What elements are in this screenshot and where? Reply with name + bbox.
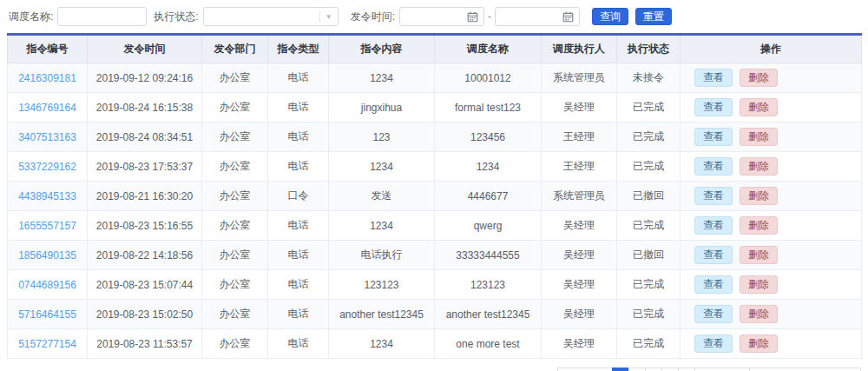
- query-button[interactable]: 查询: [592, 8, 628, 25]
- command-id-link[interactable]: 0744689156: [18, 279, 76, 291]
- issue-time-cell: 2019-08-23 11:53:57: [88, 329, 202, 359]
- exec-status-cell: 已完成: [617, 300, 681, 329]
- command-type-cell: 电话: [268, 329, 329, 359]
- issue-time-cell: 2019-08-23 15:16:55: [88, 211, 202, 241]
- exec-status-cell: 已撤回: [617, 182, 681, 211]
- command-content-cell: 1234: [329, 152, 435, 182]
- view-button[interactable]: 查看: [694, 275, 733, 294]
- command-id-link[interactable]: 1856490135: [18, 249, 76, 262]
- table-body: 24163091812019-09-12 09:24:16办公室电话123410…: [8, 63, 862, 359]
- exec-status-label: 执行状态:: [154, 10, 198, 24]
- executor-cell: 王经理: [542, 152, 617, 182]
- page-button-4[interactable]: 4: [661, 368, 679, 371]
- page-button-5[interactable]: 5: [678, 368, 695, 371]
- command-id-link[interactable]: 4438945133: [18, 190, 76, 202]
- calendar-icon: [562, 11, 574, 23]
- delete-button[interactable]: 删除: [740, 187, 778, 205]
- department-cell: 办公室: [202, 93, 268, 123]
- dispatch-name-cell: 4446677: [435, 182, 542, 211]
- command-table-container: 指令编号 发令时间 发令部门 指令类型 指令内容 调度名称 调度执行人 执行状态…: [7, 33, 861, 359]
- executor-cell: 吴经理: [542, 300, 617, 329]
- command-id-cell: 0744689156: [8, 270, 88, 300]
- command-id-link[interactable]: 2416309181: [18, 72, 76, 84]
- header-dispatch-name: 调度名称: [435, 35, 542, 63]
- issue-time-cell: 2019-08-23 15:07:44: [88, 270, 202, 300]
- command-id-link[interactable]: 1655557157: [18, 220, 76, 232]
- issue-time-label: 发令时间:: [351, 10, 395, 24]
- date-range-separator: -: [488, 10, 491, 23]
- command-id-cell: 1856490135: [8, 241, 88, 270]
- view-button[interactable]: 查看: [694, 187, 733, 205]
- command-content-cell: another test12345: [329, 300, 435, 329]
- issue-time-start-input[interactable]: [399, 7, 484, 26]
- exec-status-cell: 已完成: [617, 123, 681, 152]
- command-id-link[interactable]: 5157277154: [18, 338, 76, 350]
- command-id-cell: 5716464155: [8, 300, 88, 329]
- delete-button[interactable]: 删除: [740, 128, 778, 146]
- issue-time-cell: 2019-08-22 14:18:56: [88, 241, 202, 270]
- page-button-2[interactable]: 2: [628, 368, 646, 371]
- view-button[interactable]: 查看: [694, 157, 733, 176]
- header-executor: 调度执行人: [542, 35, 617, 63]
- view-button[interactable]: 查看: [694, 98, 733, 116]
- table-row: 18564901352019-08-22 14:18:56办公室电话电话执行33…: [8, 241, 862, 270]
- delete-button[interactable]: 删除: [740, 98, 778, 116]
- delete-button[interactable]: 删除: [740, 246, 778, 264]
- actions-cell: 查看删除: [681, 211, 862, 241]
- command-id-cell: 5157277154: [8, 329, 88, 359]
- header-actions: 操作: [681, 35, 862, 63]
- delete-button[interactable]: 删除: [740, 216, 778, 235]
- issue-time-cell: 2019-08-21 16:30:20: [88, 182, 202, 211]
- command-id-cell: 2416309181: [8, 63, 88, 93]
- delete-button[interactable]: 删除: [740, 275, 778, 294]
- page-button-3[interactable]: 3: [645, 368, 662, 371]
- view-button[interactable]: 查看: [694, 216, 733, 235]
- dispatch-name-cell: formal test123: [435, 93, 542, 123]
- executor-cell: 吴经理: [542, 211, 617, 241]
- view-button[interactable]: 查看: [694, 246, 733, 264]
- command-id-link[interactable]: 5716464155: [18, 308, 76, 321]
- actions-cell: 查看删除: [681, 123, 862, 152]
- table-header-row: 指令编号 发令时间 发令部门 指令类型 指令内容 调度名称 调度执行人 执行状态…: [8, 35, 862, 63]
- delete-button[interactable]: 删除: [740, 335, 778, 353]
- dispatch-name-input[interactable]: [57, 7, 147, 26]
- command-type-cell: 电话: [268, 211, 329, 241]
- view-button[interactable]: 查看: [694, 69, 733, 87]
- department-cell: 办公室: [202, 182, 268, 211]
- header-exec-status: 执行状态: [617, 35, 681, 63]
- delete-button[interactable]: 删除: [740, 305, 778, 323]
- delete-button[interactable]: 删除: [740, 69, 778, 87]
- table-row: 57164641552019-08-23 15:02:50办公室电话anothe…: [8, 300, 862, 329]
- view-button[interactable]: 查看: [694, 305, 733, 323]
- department-cell: 办公室: [202, 123, 268, 152]
- command-id-link[interactable]: 1346769164: [18, 102, 76, 114]
- reset-button[interactable]: 重置: [635, 8, 672, 25]
- view-button[interactable]: 查看: [694, 128, 733, 146]
- issue-time-end-input[interactable]: [495, 7, 580, 26]
- command-id-link[interactable]: 3407513163: [18, 131, 76, 143]
- table-row: 24163091812019-09-12 09:24:16办公室电话123410…: [8, 63, 862, 93]
- next-page-button[interactable]: 下一页 »: [694, 368, 750, 371]
- header-command-type: 指令类型: [268, 35, 329, 63]
- command-id-link[interactable]: 5337229162: [18, 161, 76, 173]
- table-row: 53372291622019-08-23 17:53:37办公室电话123412…: [8, 152, 862, 182]
- table-row: 44389451332019-08-21 16:30:20办公室口令发送4446…: [8, 182, 862, 211]
- command-content-cell: 发送: [329, 182, 435, 211]
- executor-cell: 吴经理: [542, 270, 617, 300]
- actions-cell: 查看删除: [681, 93, 862, 123]
- command-content-cell: 123123: [329, 270, 435, 300]
- command-content-cell: 电话执行: [329, 241, 435, 270]
- dispatch-name-cell: 33333444555: [435, 241, 542, 270]
- delete-button[interactable]: 删除: [740, 157, 778, 176]
- exec-status-cell: 已完成: [617, 152, 681, 182]
- page-button-1[interactable]: 1: [612, 368, 629, 371]
- view-button[interactable]: 查看: [694, 335, 733, 353]
- command-table: 指令编号 发令时间 发令部门 指令类型 指令内容 调度名称 调度执行人 执行状态…: [7, 33, 862, 359]
- table-row: 13467691642019-08-24 16:15:38办公室电话jingxi…: [8, 93, 862, 123]
- executor-cell: 系统管理员: [542, 182, 617, 211]
- exec-status-select[interactable]: ▼: [203, 7, 339, 26]
- command-content-cell: 1234: [329, 329, 435, 359]
- dispatch-name-cell: 10001012: [435, 63, 542, 93]
- prev-page-button[interactable]: « 上一页: [557, 368, 613, 371]
- command-content-cell: jingxihua: [329, 93, 435, 123]
